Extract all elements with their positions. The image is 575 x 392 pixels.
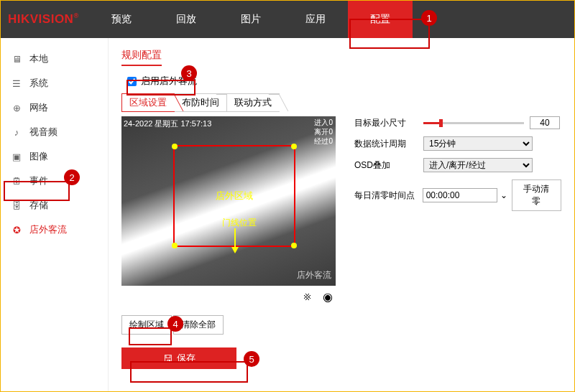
image-icon: ▣ [11, 151, 22, 162]
sidebar-item-local[interactable]: 🖥本地 [1, 47, 108, 71]
period-select[interactable]: 15分钟 [423, 136, 533, 151]
svg-marker-1 [231, 247, 239, 253]
globe-icon: ⊕ [11, 102, 22, 113]
callout-4: 4 [167, 316, 183, 332]
people-icon: ✪ [11, 224, 22, 235]
period-label: 数据统计周期 [354, 138, 423, 150]
sidebar-item-store-traffic[interactable]: ✪店外客流 [1, 218, 108, 242]
roi-handle[interactable] [172, 243, 178, 248]
video-osd: 进入0 离开0 经过0 [314, 118, 333, 146]
callout-3: 3 [181, 65, 197, 81]
capture-icon[interactable]: ◉ [323, 290, 333, 304]
brand-logo: HIKVISION® [1, 12, 89, 27]
osd-label: OSD叠加 [354, 159, 423, 172]
reset-time-input[interactable] [423, 188, 497, 202]
osd-select[interactable]: 进入/离开/经过 [423, 158, 533, 172]
ptz-icon[interactable]: ⨳ [301, 290, 313, 304]
callout-2: 2 [64, 169, 80, 185]
direction-arrow-icon [229, 228, 241, 254]
min-size-label: 目标最小尺寸 [354, 117, 423, 129]
sidebar-item-image[interactable]: ▣图像 [1, 144, 108, 169]
roi-handle[interactable] [291, 243, 297, 248]
sidebar-item-network[interactable]: ⊕网络 [1, 95, 108, 120]
callout-5: 5 [244, 351, 259, 367]
video-preview[interactable]: 24-2022 星期五 17:57:13 进入0 离开0 经过0 店外区域 门线… [121, 116, 336, 286]
nav-picture[interactable]: 图片 [218, 1, 283, 38]
callout-1: 1 [421, 10, 437, 26]
tab-linkage[interactable]: 联动方式 [226, 93, 280, 112]
video-timestamp: 24-2022 星期五 17:57:13 [124, 118, 211, 129]
camera-icon: ♪ [11, 126, 22, 138]
list-icon: ☰ [11, 78, 22, 89]
video-watermark: 店外客流 [297, 269, 331, 281]
disk-icon: 🗄 [11, 200, 22, 211]
nav-application[interactable]: 应用 [283, 1, 348, 38]
sidebar-item-video-audio[interactable]: ♪视音频 [1, 120, 108, 144]
nav-playback[interactable]: 回放 [154, 1, 218, 38]
roi-label: 店外区域 [216, 190, 253, 202]
sidebar-item-system[interactable]: ☰系统 [1, 71, 108, 95]
manual-reset-button[interactable]: 手动清零 [512, 179, 561, 211]
min-size-value[interactable]: 40 [530, 116, 560, 129]
sidebar: 🖥本地 ☰系统 ⊕网络 ♪视音频 ▣图像 🗓事件 🗄存储 ✪店外客流 [1, 38, 109, 391]
min-size-slider[interactable] [423, 122, 524, 124]
monitor-icon: 🖥 [11, 53, 22, 65]
nav-preview[interactable]: 预览 [89, 1, 154, 38]
section-title: 规则配置 [121, 49, 162, 66]
reset-time-label: 每日清零时间点 [354, 190, 423, 202]
tab-region[interactable]: 区域设置 [121, 93, 175, 112]
roi-handle[interactable] [172, 144, 178, 149]
door-line-label: 门线位置 [222, 217, 257, 229]
roi-handle[interactable] [291, 144, 297, 149]
